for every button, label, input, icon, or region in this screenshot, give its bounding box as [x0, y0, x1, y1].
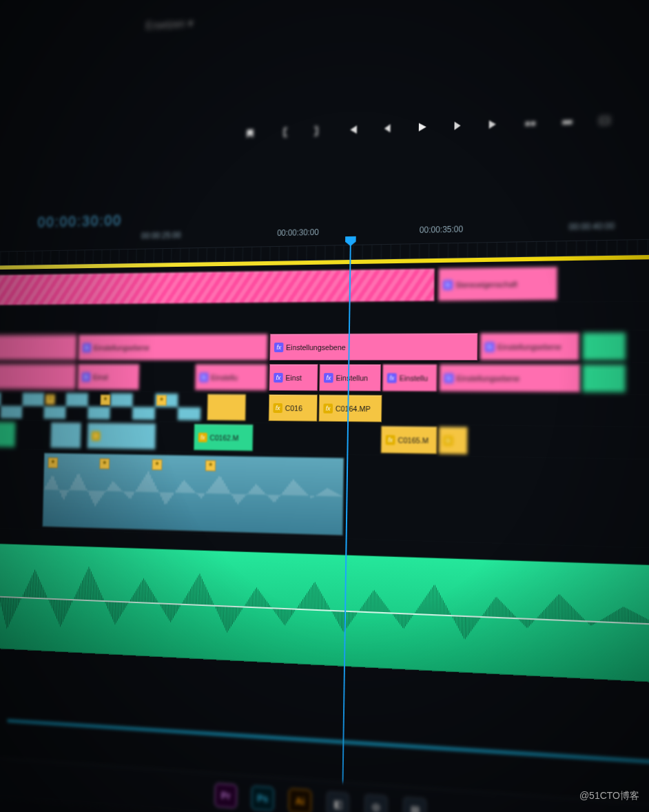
- video-track-gap: [0, 301, 649, 334]
- adjustment-layer-clip[interactable]: fx Einstellu: [382, 364, 437, 392]
- clip-label: Einstellungsebene: [94, 343, 150, 352]
- clip-label: Einstellungsebene: [497, 342, 562, 351]
- fx-badge-icon: fx: [273, 403, 282, 412]
- waveform-icon: [0, 549, 649, 679]
- svg-rect-3: [600, 117, 609, 124]
- overwrite-button[interactable]: [561, 115, 574, 128]
- ruler-tick: 00:00:25:00: [141, 230, 181, 241]
- video-track-1[interactable]: fx Einst fx Einstellu fx Einst fx Einste…: [0, 363, 649, 396]
- fx-badge-icon: fx: [386, 435, 395, 445]
- go-to-out-button[interactable]: [488, 118, 500, 131]
- adjustment-layer-clip[interactable]: fx Einst: [269, 364, 318, 391]
- adjustment-layer-clip[interactable]: [0, 268, 435, 305]
- adjustment-layer-clip[interactable]: fx Einstellungsebene: [480, 332, 579, 361]
- menu-dropdown[interactable]: Ersetzen ▾: [145, 17, 193, 32]
- watermark: @51CTO博客: [579, 790, 639, 802]
- video-clip[interactable]: [50, 422, 81, 448]
- video-clip[interactable]: [582, 364, 626, 392]
- video-track-2[interactable]: fx Einstellungsebene fx Einstellungseben…: [0, 330, 649, 363]
- keyframe-marker-icon[interactable]: [156, 395, 167, 406]
- fx-badge-icon: fx: [274, 372, 283, 382]
- clip-label: Einstellungsebene: [286, 343, 346, 351]
- video-clip[interactable]: [0, 421, 16, 447]
- clip-label: Einst: [285, 374, 302, 382]
- svg-rect-0: [526, 121, 530, 125]
- fx-badge-icon: fx: [199, 372, 208, 382]
- video-clip[interactable]: fx C0165.M: [381, 426, 437, 454]
- fx-badge-icon: fx: [274, 343, 284, 352]
- adjustment-layer-clip[interactable]: fx Einstellu: [195, 364, 268, 391]
- app-icon[interactable]: ▤: [403, 796, 427, 812]
- fx-badge-icon: fx: [387, 373, 397, 383]
- ruler-tick: 00:00:30:00: [277, 227, 319, 238]
- clip-label: C0164.MP: [336, 404, 371, 413]
- photoshop-app-icon[interactable]: Ps: [251, 785, 274, 811]
- set-in-button[interactable]: [278, 126, 289, 139]
- video-clip[interactable]: fx: [438, 427, 468, 455]
- illustrator-app-icon[interactable]: Ai: [289, 788, 312, 812]
- video-clip[interactable]: [582, 332, 626, 361]
- play-button[interactable]: [416, 121, 429, 134]
- step-back-button[interactable]: [381, 122, 393, 135]
- adjustment-layer-clip[interactable]: fx Einst: [77, 364, 140, 390]
- keyframe-marker-icon[interactable]: [99, 458, 110, 469]
- audio-track-2[interactable]: [0, 538, 649, 690]
- keyframe-marker-icon[interactable]: [48, 458, 59, 469]
- adjustment-layer-clip[interactable]: [0, 364, 76, 390]
- ruler-tick: 00:00:35:00: [420, 224, 463, 235]
- clip-label: Einstellun: [336, 374, 368, 382]
- clip-label: Einstellu: [211, 373, 238, 381]
- keyframe-marker-icon[interactable]: [45, 394, 55, 405]
- video-clip[interactable]: [207, 394, 246, 420]
- svg-rect-1: [531, 121, 535, 125]
- transport-controls: [244, 114, 611, 140]
- premiere-app-icon[interactable]: Pr: [214, 782, 237, 808]
- clip-label: Einstellu: [400, 374, 429, 382]
- fx-badge-icon: fx: [443, 436, 453, 446]
- time-ruler[interactable]: 00:00:25:00 00:00:30:00 00:00:35:00 00:0…: [141, 219, 649, 241]
- app-icon[interactable]: ◎: [364, 793, 388, 812]
- adjustment-layer-clip[interactable]: fx Einstellun: [319, 364, 381, 392]
- adjustment-layer-clip[interactable]: [0, 334, 77, 361]
- clip-label: Einstellungsebene: [457, 374, 520, 383]
- fx-badge-icon: fx: [83, 343, 92, 352]
- keyframe-marker-icon[interactable]: [205, 460, 216, 471]
- adjustment-layer-clip[interactable]: fx Einstellungsebene: [269, 333, 478, 361]
- clip-label: Stereoeigenschaft: [455, 280, 517, 289]
- fx-badge-icon: fx: [485, 342, 495, 352]
- audio-clip[interactable]: [0, 542, 649, 685]
- adjustment-layer-clip[interactable]: fx Einstellungsebene: [439, 364, 581, 392]
- taskbar: Pr Ps Ai ◧ ◎ ▤: [0, 756, 649, 812]
- step-forward-button[interactable]: [451, 119, 464, 132]
- audio-clip[interactable]: [42, 453, 344, 536]
- clip-label: C0165.M: [398, 436, 429, 445]
- adjustment-layer-clip[interactable]: fx Einstellungsebene: [78, 334, 268, 361]
- clip-label: C0162.M: [209, 433, 238, 441]
- insert-button[interactable]: [524, 116, 537, 130]
- scrollbar[interactable]: [7, 720, 649, 768]
- keyframe-marker-icon[interactable]: [101, 394, 111, 405]
- fx-badge-icon: fx: [92, 431, 101, 440]
- waveform-icon: [43, 464, 344, 523]
- clip-label: C016: [285, 404, 302, 412]
- menu-dropdown-label: Ersetzen: [145, 18, 185, 32]
- video-clip[interactable]: fx C0164.MP: [318, 394, 382, 422]
- fx-badge-icon: fx: [323, 403, 333, 413]
- fx-badge-icon: fx: [443, 280, 453, 290]
- adjustment-layer-clip[interactable]: fx Stereoeigenschaft: [438, 267, 558, 301]
- ruler-tick: 00:00:40:00: [569, 221, 615, 232]
- go-to-in-button[interactable]: [346, 123, 358, 136]
- video-track-3[interactable]: fx Stereoeigenschaft: [0, 263, 649, 307]
- mark-in-button[interactable]: [244, 128, 256, 140]
- fx-badge-icon: fx: [444, 373, 453, 383]
- current-timecode[interactable]: 00:00:30:00: [37, 212, 122, 231]
- set-out-button[interactable]: [311, 125, 323, 137]
- fx-badge-icon: fx: [324, 373, 333, 383]
- keyframe-marker-icon[interactable]: [152, 459, 162, 470]
- video-clip[interactable]: fx C0162.M: [194, 424, 254, 451]
- export-frame-button[interactable]: [598, 114, 611, 127]
- video-clip[interactable]: fx C016: [269, 394, 318, 422]
- app-icon[interactable]: ◧: [326, 791, 349, 812]
- fx-badge-icon: fx: [198, 432, 207, 442]
- video-clip[interactable]: fx: [87, 423, 156, 449]
